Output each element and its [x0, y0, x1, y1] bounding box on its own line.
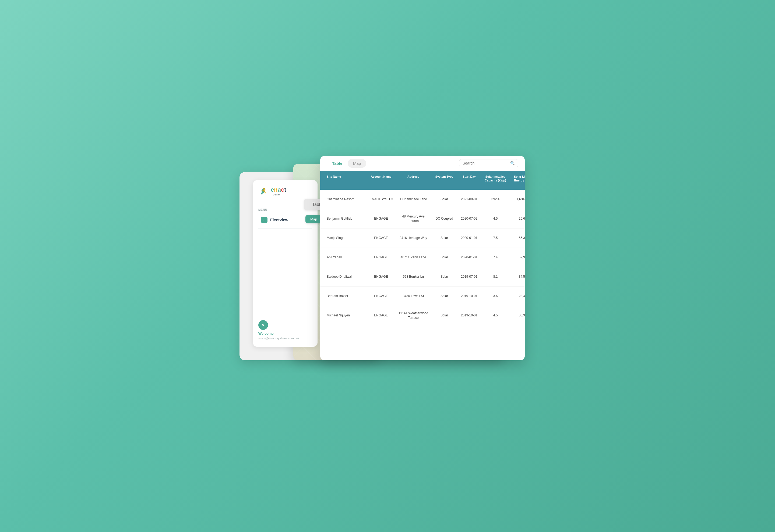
th-solar-lifetime-energy: Solar Lifetime Energy (kWh) — [509, 171, 525, 190]
td-system-type-4: Solar — [432, 271, 456, 282]
th-account-name: Account Name — [368, 171, 394, 190]
td-system-type-6: Solar — [432, 310, 456, 321]
search-input[interactable] — [463, 161, 508, 165]
td-system-type-0: Solar — [432, 194, 456, 205]
td-solar-lifetime-energy-4: 34,514 — [509, 271, 525, 282]
td-solar-lifetime-energy-3: 59,977 — [509, 252, 525, 263]
td-solar-installed-capacity-6: 4.5 — [482, 310, 509, 321]
logo-sub: home — [271, 193, 286, 196]
table-row[interactable]: Benjamin Gottlieb ENGAGE 48 Mercury Ave … — [320, 209, 525, 228]
search-area[interactable]: 🔍 — [459, 159, 518, 167]
sidebar-item-fleetview[interactable]: ← Fleetview — [258, 215, 312, 225]
th-site-name: Site Name — [325, 171, 368, 190]
sidebar-footer: V Welcome vince@enact-systems.com ⇥ — [258, 320, 312, 340]
td-start-day-6: 2019-10-01 — [456, 310, 482, 321]
td-system-type-1: DC Coupled — [432, 213, 456, 224]
td-site-name-3: Anil Yadav — [325, 252, 368, 263]
td-solar-lifetime-energy-6: 30,380 — [509, 310, 525, 321]
td-solar-installed-capacity-3: 7.4 — [482, 252, 509, 263]
td-account-name-2: ENGAGE — [368, 233, 394, 244]
td-account-name-4: ENGAGE — [368, 271, 394, 282]
welcome-text: Welcome — [258, 331, 312, 335]
map-toggle-map[interactable]: Map — [305, 215, 322, 223]
td-start-day-3: 2020-01-01 — [456, 252, 482, 263]
td-account-name-6: ENGAGE — [368, 310, 394, 321]
sidebar-divider-bottom — [258, 228, 312, 229]
tab-map[interactable]: Map — [348, 159, 366, 168]
th-start-day: Start Day — [456, 171, 482, 190]
td-site-name-2: Manjit Singh — [325, 233, 368, 244]
td-solar-installed-capacity-4: 8.1 — [482, 271, 509, 282]
td-address-2: 2416 Heritage Way — [394, 233, 432, 244]
search-icon: 🔍 — [510, 161, 515, 165]
logo-icon — [258, 187, 268, 196]
th-system-type: System Type — [432, 171, 456, 190]
td-solar-installed-capacity-1: 4.5 — [482, 213, 509, 224]
logout-icon[interactable]: ⇥ — [296, 336, 299, 340]
td-system-type-5: Solar — [432, 291, 456, 302]
logo-name: enact — [271, 187, 286, 193]
table-row[interactable]: Chaminade Resort ENACTSYSTE3 1 Chaminade… — [320, 190, 525, 209]
user-email-row: vince@enact-systems.com ⇥ — [258, 336, 312, 340]
td-start-day-5: 2019-10-01 — [456, 291, 482, 302]
td-solar-installed-capacity-2: 7.5 — [482, 233, 509, 244]
td-address-4: 528 Bunker Ln — [394, 271, 432, 282]
th-address: Address — [394, 171, 432, 190]
td-address-1: 48 Mercury Ave Tiburon — [394, 211, 432, 227]
tab-bar: Table Map 🔍 — [320, 156, 525, 171]
td-system-type-2: Solar — [432, 233, 456, 244]
user-avatar: V — [258, 320, 268, 330]
td-site-name-0: Chaminade Resort — [325, 194, 368, 205]
table-row[interactable]: Anil Yadav ENGAGE 40711 Penn Lane Solar … — [320, 248, 525, 267]
th-solar-installed-capacity: Solar Installed Capacity (kWp) — [482, 171, 509, 190]
td-system-type-3: Solar — [432, 252, 456, 263]
table-row[interactable]: Behram Baxter ENGAGE 3430 Lowell St Sola… — [320, 287, 525, 306]
td-solar-installed-capacity-5: 3.6 — [482, 291, 509, 302]
td-site-name-1: Benjamin Gottlieb — [325, 213, 368, 224]
nav-fleetview-label: Fleetview — [270, 217, 289, 222]
td-address-3: 40711 Penn Lane — [394, 252, 432, 263]
data-table: Site Name Account Name Address System Ty… — [320, 171, 525, 360]
scene: + − 🧍 enact home MENU ← Fl — [240, 156, 535, 376]
td-solar-lifetime-energy-1: 25,619 — [509, 213, 525, 224]
table-row[interactable]: Michael Nguyen ENGAGE 11141 Weatherwood … — [320, 306, 525, 325]
td-start-day-4: 2019-07-01 — [456, 271, 482, 282]
td-start-day-0: 2021-08-01 — [456, 194, 482, 205]
td-site-name-5: Behram Baxter — [325, 291, 368, 302]
td-start-day-1: 2020-07-02 — [456, 213, 482, 224]
td-account-name-0: ENACTSYSTE3 — [368, 194, 394, 205]
td-solar-lifetime-energy-2: 55,374 — [509, 233, 525, 244]
td-solar-installed-capacity-0: 392.4 — [482, 194, 509, 205]
td-solar-lifetime-energy-5: 23,405 — [509, 291, 525, 302]
td-site-name-6: Michael Nguyen — [325, 310, 368, 321]
td-account-name-5: ENGAGE — [368, 291, 394, 302]
td-address-5: 3430 Lowell St — [394, 291, 432, 302]
table-panel: Table Map 🔍 Site Name Account Name Addre… — [320, 156, 525, 360]
fleetview-icon: ← — [261, 217, 268, 223]
user-email: vince@enact-systems.com — [258, 337, 294, 340]
td-solar-lifetime-energy-0: 1,634,340 — [509, 194, 525, 205]
table-row[interactable]: Manjit Singh ENGAGE 2416 Heritage Way So… — [320, 228, 525, 248]
td-account-name-3: ENGAGE — [368, 252, 394, 263]
logo-text: enact home — [271, 187, 286, 196]
td-address-0: 1 Chaminade Lane — [394, 194, 432, 205]
td-site-name-4: Baldeep Dhaliwal — [325, 271, 368, 282]
td-start-day-2: 2020-01-01 — [456, 233, 482, 244]
td-address-6: 11141 Weatherwood Terrace — [394, 308, 432, 323]
tab-table[interactable]: Table — [327, 159, 348, 168]
logo-area: enact home — [258, 187, 312, 196]
table-row[interactable]: Baldeep Dhaliwal ENGAGE 528 Bunker Ln So… — [320, 267, 525, 287]
td-account-name-1: ENGAGE — [368, 213, 394, 224]
table-header: Site Name Account Name Address System Ty… — [320, 171, 525, 190]
table-body: Chaminade Resort ENACTSYSTE3 1 Chaminade… — [320, 190, 525, 325]
